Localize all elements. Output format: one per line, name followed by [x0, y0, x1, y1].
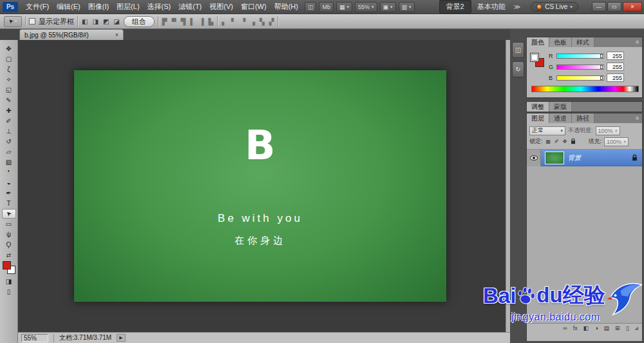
blue-slider-knob[interactable] — [600, 76, 603, 80]
mini-bridge-button[interactable]: Mb — [319, 2, 334, 12]
distribute-hcenter-icon[interactable]: ▚ — [259, 18, 265, 25]
distribute-right-icon[interactable]: ▞ — [269, 18, 275, 25]
tab-adjustments[interactable]: 调整 — [527, 102, 549, 112]
path-op-subtract-icon[interactable]: ◨ — [91, 18, 99, 25]
align-left-icon[interactable]: ▌ — [189, 18, 195, 25]
menu-file[interactable]: 文件(F) — [22, 1, 53, 13]
lock-pixels-icon[interactable]: ✐ — [554, 139, 560, 144]
blue-value-field[interactable]: 255 — [607, 74, 624, 82]
close-button[interactable]: × — [623, 2, 642, 12]
align-vcenter-icon[interactable]: ▀ — [171, 18, 177, 25]
brush-tool[interactable]: ✐ — [2, 116, 16, 126]
healing-brush-tool[interactable]: ✚ — [2, 106, 16, 115]
red-slider[interactable] — [556, 54, 604, 59]
menu-image[interactable]: 图像(I) — [84, 1, 113, 13]
quick-select-tool[interactable]: ✧ — [2, 75, 16, 84]
menu-edit[interactable]: 编辑(E) — [53, 1, 84, 13]
show-bounding-box-checkbox[interactable] — [29, 18, 35, 24]
foreground-color-swatch[interactable] — [3, 261, 11, 270]
layer-row-background[interactable]: 背景 — [527, 150, 642, 166]
distribute-left-icon[interactable]: ▗ — [249, 18, 256, 25]
collapsed-panel-button-2[interactable]: ↻ — [512, 61, 524, 77]
launch-bridge-button[interactable]: ◫ — [305, 2, 317, 12]
collapsed-panel-button-1[interactable]: ◫ — [512, 42, 524, 58]
type-tool[interactable]: T — [2, 199, 16, 208]
restore-button[interactable]: ▭ — [607, 2, 621, 12]
blur-tool[interactable]: ❜ — [2, 168, 16, 177]
screen-mode-button[interactable]: ▥▾ — [399, 2, 415, 12]
menu-filter[interactable]: 滤镜(T) — [175, 1, 205, 13]
status-menu-arrow-icon[interactable]: ▶ — [117, 334, 125, 342]
tab-color[interactable]: 颜色 — [527, 37, 549, 47]
eraser-tool[interactable]: ▱ — [2, 147, 16, 157]
clone-stamp-tool[interactable]: ⊥ — [2, 126, 16, 136]
green-value-field[interactable]: 255 — [607, 63, 624, 71]
status-zoom-field[interactable]: 55% — [21, 334, 48, 342]
menu-window[interactable]: 窗口(W) — [237, 1, 270, 13]
layer-visibility-cell[interactable] — [527, 150, 541, 166]
opacity-field[interactable]: 100%▾ — [596, 126, 620, 135]
align-bottom-icon[interactable]: ▜ — [180, 18, 187, 25]
zoom-level-dropdown[interactable]: 55%▾ — [355, 2, 377, 12]
quick-mask-button[interactable]: ◨ — [2, 277, 16, 286]
dodge-tool[interactable]: ◒ — [2, 178, 16, 188]
layer-thumbnail[interactable] — [545, 152, 564, 164]
path-op-exclude-icon[interactable]: ◪ — [113, 18, 120, 25]
zoom-tool[interactable]: Ϙ — [2, 240, 16, 250]
color-spectrum-ramp[interactable] — [531, 86, 639, 92]
lock-all-icon[interactable] — [570, 138, 576, 146]
lock-transparency-icon[interactable]: ▦ — [545, 139, 552, 144]
panel-menu-icon[interactable]: ≡ — [632, 113, 642, 123]
menu-help[interactable]: 帮助(H) — [270, 1, 302, 13]
panel-menu-icon[interactable]: ≡ — [632, 37, 642, 47]
view-extras-button[interactable]: ▦▾ — [336, 2, 352, 12]
blue-slider[interactable] — [556, 75, 604, 81]
green-slider-knob[interactable] — [600, 65, 603, 69]
screen-mode-toggle[interactable]: ▯ — [2, 287, 16, 297]
document-tab[interactable]: b.jpg @ 55%(RGB/8#) × — [19, 29, 124, 40]
lasso-tool[interactable]: ζ — [2, 64, 16, 74]
panel-foreground-swatch[interactable] — [530, 53, 539, 62]
gradient-tool[interactable]: ▧ — [2, 157, 16, 167]
arrange-documents-button[interactable]: ▣▾ — [380, 2, 396, 12]
red-value-field[interactable]: 255 — [607, 52, 624, 60]
workspace-tab-bg2[interactable]: 背景2 — [439, 0, 471, 14]
path-select-tool[interactable]: ➤ — [2, 209, 16, 219]
tab-masks[interactable]: 蒙版 — [549, 102, 572, 112]
path-op-intersect-icon[interactable]: ◩ — [102, 18, 109, 25]
fill-field[interactable]: 100%▾ — [604, 137, 629, 146]
distribute-vcenter-icon[interactable]: ▘ — [231, 18, 237, 25]
tab-paths[interactable]: 路径 — [572, 113, 594, 123]
distribute-top-icon[interactable]: ▖ — [221, 18, 227, 25]
combine-button[interactable]: 组合 — [124, 16, 155, 27]
menu-layer[interactable]: 图层(L) — [113, 1, 143, 13]
cs-live-button[interactable]: CS Live▾ — [531, 2, 578, 12]
path-op-add-icon[interactable]: ◧ — [81, 18, 88, 25]
minimize-button[interactable]: — — [592, 2, 606, 12]
menu-select[interactable]: 选择(S) — [144, 1, 175, 13]
red-slider-knob[interactable] — [600, 54, 603, 58]
tab-layers[interactable]: 图层 — [527, 113, 549, 123]
menu-view[interactable]: 视图(V) — [205, 1, 237, 13]
tab-channels[interactable]: 通道 — [549, 113, 572, 123]
hand-tool[interactable]: ψ — [2, 230, 16, 239]
green-slider[interactable] — [556, 64, 604, 70]
distribute-bottom-icon[interactable]: ▝ — [240, 18, 247, 25]
tool-preset-button[interactable]: ➤▾ — [4, 16, 22, 27]
blend-mode-select[interactable]: 正常▾ — [529, 126, 565, 135]
swap-colors-icon[interactable]: ⇄ — [6, 252, 12, 259]
tab-styles[interactable]: 样式 — [572, 37, 594, 47]
tab-swatches[interactable]: 色板 — [549, 37, 572, 47]
eyedropper-tool[interactable]: ✎ — [2, 95, 16, 105]
shape-tool[interactable]: ▭ — [2, 219, 16, 229]
history-brush-tool[interactable]: ↺ — [2, 137, 16, 146]
workspace-overflow-button[interactable]: ≫ — [511, 3, 523, 10]
lock-position-icon[interactable]: ✥ — [562, 139, 568, 144]
crop-tool[interactable]: ◱ — [2, 85, 16, 95]
document-close-icon[interactable]: × — [115, 32, 118, 38]
marquee-tool[interactable]: ▢ — [2, 54, 16, 64]
pen-tool[interactable]: ✒ — [2, 188, 16, 198]
align-top-icon[interactable]: ▛ — [162, 18, 168, 25]
align-hcenter-icon[interactable]: ▙ — [208, 18, 214, 25]
align-right-icon[interactable]: ▐ — [198, 18, 204, 25]
